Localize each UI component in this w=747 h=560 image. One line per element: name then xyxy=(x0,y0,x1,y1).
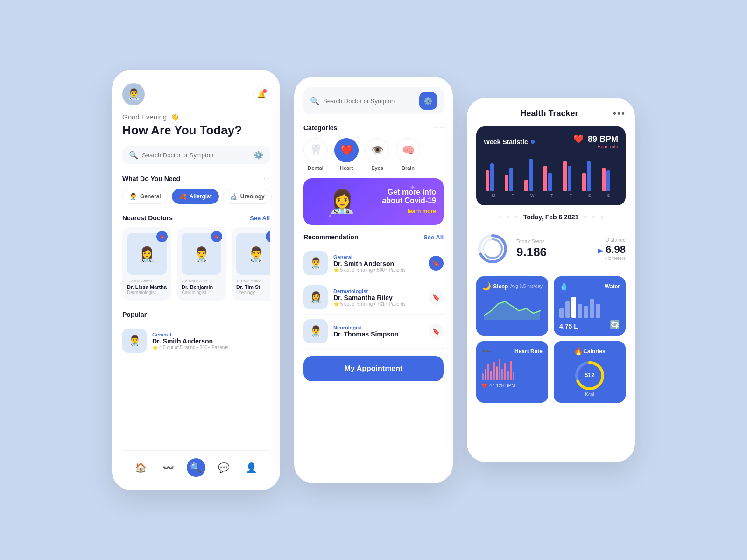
day-t2: T xyxy=(550,193,553,198)
chart-days: M T W T F S S xyxy=(484,193,618,198)
pop-img: 👨‍⚕️ xyxy=(122,329,147,353)
bar-s1-red xyxy=(582,173,586,191)
cat-brain[interactable]: 🧠 Brain xyxy=(396,138,420,171)
bar-w-blue xyxy=(529,159,533,191)
filter-icon[interactable]: ⚙️ xyxy=(254,151,263,160)
search-bar[interactable]: 🔍 ⚙️ xyxy=(122,146,270,164)
hrb-2 xyxy=(485,369,486,380)
doc-card-1[interactable]: 👩‍⚕️ 🔖 1.2 KM AWAY Dr. Lissa Martha Derm… xyxy=(122,227,171,301)
steps-info: Today Steps 9.186 xyxy=(516,238,547,259)
bpm-label: Heart rate xyxy=(573,144,618,149)
rec-item-2[interactable]: 👩‍⚕️ Dermatologist Dr. Samantha Riley ⭐ … xyxy=(303,280,444,315)
category-chips: 👨‍⚕️ General 🍂 Allergist 🔬 Ureology xyxy=(122,189,270,204)
cals-icon: 🔥 xyxy=(574,347,583,356)
nav-activity[interactable]: 〰️ xyxy=(159,458,178,477)
wb-2 xyxy=(565,301,570,318)
doc-spec-1: Dermatologist xyxy=(127,290,167,295)
doc-card-2[interactable]: 👨‍⚕️ 🔖 2.8 KM AWAY Dr. Benjamin Cardiolo… xyxy=(177,227,226,301)
bar-w-red xyxy=(524,180,528,191)
doctor-cards-row: 👩‍⚕️ 🔖 1.2 KM AWAY Dr. Lissa Martha Derm… xyxy=(122,227,270,301)
hr-mini-icon: 〰️ xyxy=(482,347,491,356)
covid-banner[interactable]: 👩‍⚕️ Get more infoabout Covid-19 learn m… xyxy=(303,178,444,225)
rec-item-3[interactable]: 👨‍⚕️ Neurologist Dr. Thomas Simpson 🔖 xyxy=(303,315,444,349)
popular-header: Popular xyxy=(122,311,270,318)
eyes-label: Eyes xyxy=(371,165,383,171)
dist-unit: kilometers xyxy=(598,256,626,261)
cat-eyes[interactable]: 👁️ Eyes xyxy=(365,138,389,171)
bar-group-s2 xyxy=(602,168,616,191)
hrb-5 xyxy=(493,362,495,380)
steps-label: Today Steps xyxy=(516,238,547,244)
rec-rating-2: ⭐ 5 out of 5 rating • 731+ Patients xyxy=(333,301,423,307)
deco-star-2: ✦ xyxy=(328,213,332,219)
day-f: F xyxy=(570,193,572,198)
rec-bookmark-1[interactable]: 🔖 xyxy=(429,256,444,271)
nearest-see-all[interactable]: See All xyxy=(250,215,270,222)
covid-cta[interactable]: learn more xyxy=(408,208,436,215)
brain-circle: 🧠 xyxy=(396,138,420,162)
wb-6 xyxy=(590,299,594,318)
search-input-2[interactable] xyxy=(323,98,416,105)
date-dot-2 xyxy=(515,216,518,218)
hr-mini-title: Heart Rate xyxy=(514,348,543,355)
cals-header: 🔥 Calories xyxy=(574,347,605,356)
sleep-chart xyxy=(482,294,543,320)
steps-value: 9.186 xyxy=(516,245,547,259)
water-refresh-icon: 🔄 xyxy=(610,320,620,330)
next-date[interactable]: › xyxy=(601,213,603,221)
week-dot xyxy=(531,140,535,144)
cat-dental[interactable]: 🦷 Dental xyxy=(303,138,328,171)
categories-title: Categories xyxy=(303,124,337,132)
pop-rating: ⭐ 4.5 out of 5 rating • 500+ Patients xyxy=(152,345,270,350)
chip-allergist[interactable]: 🍂 Allergist xyxy=(172,189,219,204)
search-bar-2[interactable]: 🔍 ⚙️ xyxy=(303,87,444,114)
chip-ureology[interactable]: 🔬 Ureology xyxy=(223,189,272,204)
notification-button[interactable]: 🔔 xyxy=(253,86,270,103)
week-stat-label: Week Statistic xyxy=(484,138,528,146)
chip-general-label: General xyxy=(140,193,161,200)
dist-value: ▶ 6.98 xyxy=(598,244,626,256)
rec-type-1: General xyxy=(333,254,423,260)
water-icon: 💧 xyxy=(559,282,569,291)
hr-heart-icon: ❤️ xyxy=(482,383,487,388)
allergist-icon: 🍂 xyxy=(179,193,187,200)
steps-row: Today Steps 9.186 Distance ▶ 6.98 kilome… xyxy=(476,228,626,270)
heart-icon: ❤️ xyxy=(573,134,584,144)
more-button[interactable]: ••• xyxy=(613,108,626,119)
search-icon: 🔍 xyxy=(129,151,138,160)
cat-heart[interactable]: ❤️ Heart xyxy=(334,138,359,171)
rec-see-all[interactable]: See All xyxy=(423,234,444,241)
doc-card-3[interactable]: 👨‍⚕️ 🔖 1.9 KM AWAY Dr. Tim St Ureology xyxy=(232,227,270,301)
what-need-title: What Do You Need xyxy=(122,175,180,182)
nav-home[interactable]: 🏠 xyxy=(132,458,150,477)
wb-7 xyxy=(596,304,600,318)
nav-profile[interactable]: 👤 xyxy=(242,458,261,477)
nav-chat[interactable]: 💬 xyxy=(214,458,233,477)
prev-date[interactable]: ‹ xyxy=(498,213,500,221)
rec-bookmark-2[interactable]: 🔖 xyxy=(429,290,444,305)
bookmark-2[interactable]: 🔖 xyxy=(211,231,222,242)
back-button[interactable]: ← xyxy=(476,108,486,119)
my-appointment-button[interactable]: My Appointment xyxy=(303,356,444,381)
filter-button[interactable]: ⚙️ xyxy=(419,92,437,110)
bar-group-s1 xyxy=(582,161,597,191)
date-dot-4 xyxy=(592,216,595,218)
bpm-value: ❤️ 89 BPM xyxy=(573,134,618,144)
rec-header: Recommendation See All xyxy=(303,233,444,241)
bar-t2-red xyxy=(543,166,547,191)
heart-circle: ❤️ xyxy=(334,138,359,162)
chip-general[interactable]: 👨‍⚕️ General xyxy=(122,189,168,204)
doc-name-2: Dr. Benjamin xyxy=(182,284,221,290)
rec-img-3: 👨‍⚕️ xyxy=(303,319,328,343)
search-input[interactable] xyxy=(142,152,250,159)
popular-item[interactable]: 👨‍⚕️ General Dr. Smith Anderson ⭐ 4.5 ou… xyxy=(122,324,270,357)
rec-bookmark-3[interactable]: 🔖 xyxy=(429,324,444,339)
rec-item-1[interactable]: 👨‍⚕️ General Dr. Smith Anderson ⭐ 5 out … xyxy=(303,246,444,280)
what-need-dots: ··· xyxy=(260,174,270,183)
rec-rating-1: ⭐ 5 out of 5 rating • 500+ Patients xyxy=(333,267,423,273)
hrb-8 xyxy=(501,369,503,380)
brain-label: Brain xyxy=(402,165,415,171)
nav-search[interactable]: 🔍 xyxy=(187,458,205,477)
bookmark-1[interactable]: 🔖 xyxy=(156,231,168,242)
main-title: How Are You Today? xyxy=(122,123,270,138)
